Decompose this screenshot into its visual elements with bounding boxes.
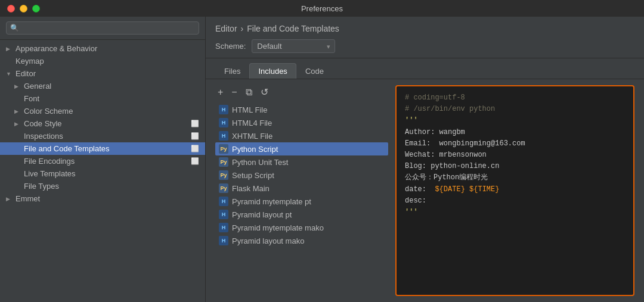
content-panel: Editor › File and Code Templates Scheme:… [206,17,644,302]
code-line: Email: wongbingming@163.com [405,138,625,150]
close-button[interactable] [7,5,15,13]
file-item-pyramid-mytemplate-pt[interactable]: HPyramid mytemplate pt [215,195,388,208]
sidebar-item-file-and-code-templates[interactable]: File and Code Templates ⬜ [0,142,205,155]
arrow-icon: ▶ [6,46,13,52]
titlebar: Preferences [0,0,644,17]
sidebar-item-label: Keymap [16,57,44,66]
file-item-python-script[interactable]: PyPython Script [215,142,388,155]
sidebar-item-file-types[interactable]: File Types [0,180,205,192]
arrow-icon: ▼ [6,71,13,77]
maximize-button[interactable] [32,5,40,13]
file-item-html4-file[interactable]: HHTML4 File [215,116,388,129]
file-item-xhtml-file[interactable]: HXHTML File [215,129,388,142]
search-input-wrap[interactable]: 🔍 [6,21,199,35]
file-item-label: Pyramid layout pt [232,210,292,219]
code-content[interactable]: # coding=utf-8# /usr/bin/env python'''Au… [397,86,633,295]
search-bar: 🔍 [0,17,205,40]
sidebar-item-label: Live Templates [24,169,75,178]
file-item-pyramid-mytemplate-mako[interactable]: HPyramid mytemplate mako [215,221,388,234]
code-line: ''' [405,207,625,218]
sidebar-item-color-scheme[interactable]: ▶ Color Scheme [0,105,205,117]
window-title: Preferences [301,4,343,13]
file-item-pyramid-layout-mako[interactable]: HPyramid layout mako [215,234,388,247]
scheme-select-wrap[interactable]: Default [252,39,335,53]
arrow-icon: ▶ [14,121,21,127]
file-item-label: HTML4 File [232,119,272,127]
scheme-select[interactable]: Default [252,39,335,53]
sidebar-item-emmet[interactable]: ▶ Emmet [0,192,205,205]
python-icon: Py [219,144,228,154]
file-item-label: Pyramid mytemplate pt [232,197,311,206]
sidebar-item-general[interactable]: ▶ General [0,80,205,92]
window-controls [7,5,40,13]
code-editor: # coding=utf-8# /usr/bin/env python'''Au… [395,85,634,296]
html-icon: H [219,131,228,141]
html-icon: H [219,197,228,206]
sidebar-item-label: Emmet [16,194,40,203]
code-line: 公众号：Python编程时光 [405,172,625,183]
remove-button[interactable]: − [229,86,239,98]
code-line: # /usr/bin/env python [405,104,625,115]
sidebar-item-label: File Encodings [24,157,75,166]
file-item-setup-script[interactable]: PySetup Script [215,169,388,182]
code-line: Blog: python-online.cn [405,161,625,172]
python-icon: Py [219,170,228,180]
file-item-label: Pyramid layout mako [232,236,304,245]
sidebar-item-file-encodings[interactable]: File Encodings ⬜ [0,155,205,167]
sidebar-item-live-templates[interactable]: Live Templates [0,167,205,180]
sidebar-item-inspections[interactable]: Inspections ⬜ [0,130,205,142]
code-line: # coding=utf-8 [405,92,625,104]
python-icon: Py [219,183,228,193]
sidebar-nav: ▶ Appearance & Behavior Keymap ▼ Editor … [0,40,205,302]
sidebar-item-label: Inspections [24,132,63,141]
copy-icon: ⬜ [191,145,199,152]
search-icon: 🔍 [10,24,19,32]
main-layout: 🔍 ▶ Appearance & Behavior Keymap ▼ Edito… [0,17,644,302]
html-icon: H [219,105,228,114]
scheme-label: Scheme: [215,42,246,51]
file-item-label: Setup Script [232,171,274,180]
minimize-button[interactable] [20,5,27,13]
sidebar-item-font[interactable]: Font [0,92,205,105]
sidebar: 🔍 ▶ Appearance & Behavior Keymap ▼ Edito… [0,17,206,302]
sidebar-item-label: Code Style [24,119,62,128]
html-icon: H [219,210,228,219]
file-item-label: HTML File [232,105,267,114]
file-item-html-file[interactable]: HHTML File [215,103,388,116]
sidebar-item-editor[interactable]: ▼ Editor [0,67,205,80]
file-item-label: XHTML File [232,132,273,141]
file-item-flask-main[interactable]: PyFlask Main [215,182,388,195]
sidebar-item-code-style[interactable]: ▶ Code Style ⬜ [0,117,205,130]
file-list-panel: + − ⧉ ↺ HHTML FileHHTML4 FileHXHTML File… [215,85,388,296]
code-line: ''' [405,115,625,126]
file-list-toolbar: + − ⧉ ↺ [215,85,388,99]
search-input[interactable] [21,24,195,32]
sidebar-item-appearance[interactable]: ▶ Appearance & Behavior [0,42,205,55]
python-icon: Py [219,157,228,167]
add-button[interactable]: + [215,86,225,98]
code-line: Author: wangbm [405,127,625,138]
sidebar-item-keymap[interactable]: Keymap [0,55,205,67]
html-icon: H [219,223,228,232]
file-list: HHTML FileHHTML4 FileHXHTML FilePyPython… [215,103,388,296]
breadcrumb-sep: › [241,24,244,33]
sidebar-item-label: Editor [16,69,36,78]
tab-files[interactable]: Files [215,63,249,79]
reset-button[interactable]: ↺ [258,86,271,98]
arrow-icon: ▶ [14,108,21,114]
sidebar-item-label: Color Scheme [24,107,73,116]
content-body: + − ⧉ ↺ HHTML FileHHTML4 FileHXHTML File… [206,79,644,302]
file-item-label: Pyramid mytemplate mako [232,223,324,232]
tab-code[interactable]: Code [296,63,333,79]
file-item-pyramid-layout-pt[interactable]: HPyramid layout pt [215,208,388,221]
sidebar-item-label: File and Code Templates [24,144,110,153]
html-icon: H [219,236,228,245]
file-item-python-unit-test[interactable]: PyPython Unit Test [215,155,388,169]
sidebar-item-label: Appearance & Behavior [16,44,97,53]
breadcrumb: Editor › File and Code Templates [215,24,634,33]
tab-includes[interactable]: Includes [249,63,296,79]
copy-template-button[interactable]: ⧉ [243,86,255,98]
code-line: date: ${DATE} ${TIME} [405,184,625,195]
code-line: desc: [405,195,625,207]
breadcrumb-parent: Editor [215,24,237,33]
